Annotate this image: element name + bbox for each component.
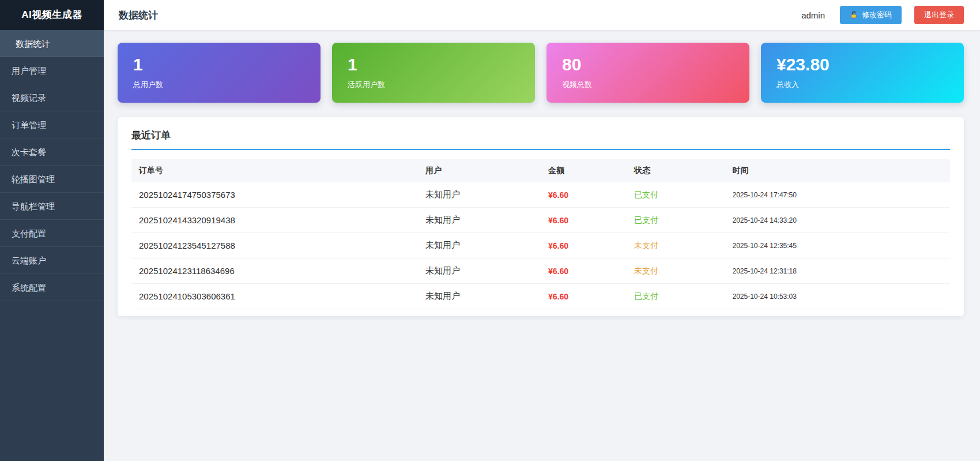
recent-orders-card: 最近订单 订单号 用户 金额 状态 时间 [118,117,964,316]
cell-user: 未知用户 [418,233,541,258]
page-title: 数据统计 [119,9,158,22]
cell-user: 未知用户 [418,208,541,233]
table-row: 20251024123118634696未知用户¥6.60未支付2025-10-… [131,258,950,284]
recent-orders-title: 最近订单 [131,129,950,150]
cell-user: 未知用户 [418,182,541,208]
main-area: 数据统计 admin 修改密码 退出登录 1总用户数1活跃用户数80视频总数¥2… [104,0,980,461]
table-row: 20251024123545127588未知用户¥6.60未支付2025-10-… [131,233,950,258]
stat-value: 1 [348,55,519,74]
app-logo: AI视频生成器 [0,0,104,30]
cell-amount: ¥6.60 [541,182,627,208]
sidebar-item-orders[interactable]: 订单管理 [0,111,104,138]
cell-order-no: 20251024123118634696 [131,258,418,284]
cell-order-no: 20251024105303606361 [131,284,418,309]
cell-user: 未知用户 [418,258,541,284]
column-header-user: 用户 [418,159,541,182]
cell-status: 未支付 [627,258,725,284]
change-password-button[interactable]: 修改密码 [840,6,902,24]
cell-amount: ¥6.60 [541,233,627,258]
sidebar-item-navbar[interactable]: 导航栏管理 [0,193,104,220]
logout-button[interactable]: 退出登录 [914,6,964,24]
sidebar: AI视频生成器 数据统计用户管理视频记录订单管理次卡套餐轮播图管理导航栏管理支付… [0,0,104,461]
stat-value: 80 [562,55,734,74]
cell-amount: ¥6.60 [541,284,627,309]
cell-amount: ¥6.60 [541,208,627,233]
column-header-status: 状态 [627,159,725,182]
cell-order-no: 20251024143320919438 [131,208,418,233]
topbar-right: admin 修改密码 退出登录 [801,6,964,24]
orders-table-wrap: 订单号 用户 金额 状态 时间 20251024174750375673未知用户… [131,159,950,309]
cell-time: 2025-10-24 12:31:18 [725,258,950,284]
sidebar-nav: 数据统计用户管理视频记录订单管理次卡套餐轮播图管理导航栏管理支付配置云端账户系统… [0,30,104,301]
stat-label: 总收入 [777,80,948,90]
topbar: 数据统计 admin 修改密码 退出登录 [104,0,980,30]
orders-table: 订单号 用户 金额 状态 时间 20251024174750375673未知用户… [131,159,950,309]
table-header-row: 订单号 用户 金额 状态 时间 [131,159,950,182]
column-header-time: 时间 [725,159,950,182]
cell-order-no: 20251024174750375673 [131,182,418,208]
cell-order-no: 20251024123545127588 [131,233,418,258]
stat-card-total-users: 1总用户数 [118,43,321,103]
stat-label: 视频总数 [562,80,734,90]
cell-status: 已支付 [627,208,725,233]
sidebar-item-card-packages[interactable]: 次卡套餐 [0,138,104,166]
sidebar-item-payment-config[interactable]: 支付配置 [0,220,104,247]
sidebar-item-users[interactable]: 用户管理 [0,57,104,84]
sidebar-item-system-config[interactable]: 系统配置 [0,274,104,301]
content: 1总用户数1活跃用户数80视频总数¥23.80总收入 最近订单 订单号 用户 金… [104,30,980,316]
stat-card-total-videos: 80视频总数 [546,43,749,103]
sidebar-item-video-records[interactable]: 视频记录 [0,84,104,111]
column-header-order-no: 订单号 [131,159,418,182]
stat-cards-row: 1总用户数1活跃用户数80视频总数¥23.80总收入 [118,43,964,103]
cell-status: 已支付 [627,284,725,309]
change-password-label: 修改密码 [862,10,892,20]
column-header-amount: 金额 [541,159,627,182]
cell-status: 已支付 [627,182,725,208]
stat-label: 活跃用户数 [348,80,519,90]
cell-time: 2025-10-24 17:47:50 [725,182,950,208]
cell-amount: ¥6.60 [541,258,627,284]
sidebar-item-stats[interactable]: 数据统计 [0,30,104,57]
stat-card-active-users: 1活跃用户数 [332,43,535,103]
username: admin [801,10,825,20]
cell-time: 2025-10-24 14:33:20 [725,208,950,233]
table-row: 20251024174750375673未知用户¥6.60已支付2025-10-… [131,182,950,208]
stat-value: ¥23.80 [777,55,948,74]
sidebar-item-banners[interactable]: 轮播图管理 [0,166,104,193]
stat-label: 总用户数 [133,80,305,90]
stat-card-total-revenue: ¥23.80总收入 [761,43,964,103]
table-row: 20251024143320919438未知用户¥6.60已支付2025-10-… [131,208,950,233]
cell-time: 2025-10-24 10:53:03 [725,284,950,309]
sidebar-item-cloud-accounts[interactable]: 云端账户 [0,247,104,274]
lock-icon [850,11,858,19]
table-row: 20251024105303606361未知用户¥6.60已支付2025-10-… [131,284,950,309]
cell-user: 未知用户 [418,284,541,309]
cell-time: 2025-10-24 12:35:45 [725,233,950,258]
logout-label: 退出登录 [924,10,954,20]
stat-value: 1 [133,55,305,74]
cell-status: 未支付 [627,233,725,258]
